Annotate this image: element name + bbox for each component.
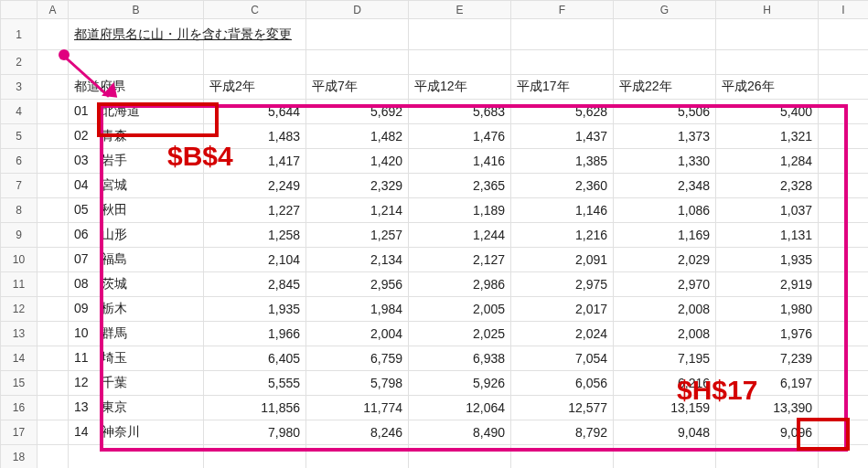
spreadsheet-grid[interactable]: A B C D E F G H I 1都道府県名に山・川を含む背景を変更23都道… — [0, 0, 868, 468]
cell[interactable]: 2,329 — [306, 174, 409, 198]
cell[interactable] — [38, 248, 69, 272]
cell[interactable]: 11,856 — [204, 396, 306, 420]
cell[interactable]: 8,246 — [306, 420, 409, 445]
cell[interactable]: 13,159 — [614, 396, 716, 420]
cell[interactable]: 1,214 — [306, 198, 409, 223]
pref-cell[interactable]: 11 埼玉 — [69, 346, 204, 371]
cell[interactable] — [614, 445, 716, 469]
cell[interactable]: 1,169 — [614, 223, 716, 248]
cell[interactable]: 5,628 — [511, 100, 614, 124]
pref-cell[interactable]: 06 山形 — [69, 223, 204, 248]
cell[interactable] — [306, 50, 409, 75]
row-header-12[interactable]: 12 — [1, 297, 38, 322]
cell[interactable] — [819, 198, 869, 223]
cell[interactable]: 5,798 — [306, 371, 409, 396]
cell[interactable] — [511, 19, 614, 50]
cell[interactable]: 5,506 — [614, 100, 716, 124]
cell[interactable]: 9,048 — [614, 420, 716, 445]
cell[interactable] — [614, 19, 716, 50]
cell[interactable]: 1,227 — [204, 198, 306, 223]
pref-cell[interactable]: 13 東京 — [69, 396, 204, 420]
cell[interactable]: 2,004 — [306, 322, 409, 346]
cell[interactable]: 1,131 — [716, 223, 819, 248]
cell[interactable] — [819, 223, 869, 248]
cell[interactable] — [819, 322, 869, 346]
cell[interactable] — [819, 445, 869, 469]
cell[interactable] — [819, 396, 869, 420]
col-header-d[interactable]: D — [306, 1, 409, 19]
cell[interactable] — [38, 396, 69, 420]
cell[interactable]: 8,490 — [409, 420, 511, 445]
cell[interactable]: 1,258 — [204, 223, 306, 248]
cell[interactable]: 平成7年 — [306, 75, 409, 100]
col-header-a[interactable]: A — [38, 1, 69, 19]
row-header-10[interactable]: 10 — [1, 248, 38, 272]
cell[interactable] — [38, 297, 69, 322]
cell[interactable] — [819, 371, 869, 396]
cell[interactable]: 5,400 — [716, 100, 819, 124]
cell[interactable]: 2,127 — [409, 248, 511, 272]
cell[interactable]: 1,966 — [204, 322, 306, 346]
cell[interactable]: 1,385 — [511, 149, 614, 174]
cell[interactable] — [69, 445, 204, 469]
cell[interactable]: 1,935 — [204, 297, 306, 322]
cell[interactable]: 1,420 — [306, 149, 409, 174]
cell[interactable]: 1,980 — [716, 297, 819, 322]
cell[interactable]: 1,437 — [511, 124, 614, 149]
select-all-corner[interactable] — [1, 1, 38, 19]
cell[interactable]: 6,405 — [204, 346, 306, 371]
cell[interactable]: 1,321 — [716, 124, 819, 149]
cell[interactable] — [819, 149, 869, 174]
pref-cell[interactable]: 07 福島 — [69, 248, 204, 272]
pref-cell[interactable]: 09 栃木 — [69, 297, 204, 322]
row-header-14[interactable]: 14 — [1, 346, 38, 371]
cell[interactable]: 1,476 — [409, 124, 511, 149]
col-header-e[interactable]: E — [409, 1, 511, 19]
cell[interactable]: 6,759 — [306, 346, 409, 371]
cell[interactable]: 5,555 — [204, 371, 306, 396]
cell[interactable]: 1,483 — [204, 124, 306, 149]
cell[interactable]: 平成2年 — [204, 75, 306, 100]
row-header-18[interactable]: 18 — [1, 445, 38, 469]
cell[interactable] — [306, 19, 409, 50]
page-title[interactable]: 都道府県名に山・川を含む背景を変更 — [69, 19, 204, 50]
cell[interactable]: 1,086 — [614, 198, 716, 223]
row-header-16[interactable]: 16 — [1, 396, 38, 420]
cell[interactable]: 7,980 — [204, 420, 306, 445]
cell[interactable]: 2,845 — [204, 272, 306, 297]
cell[interactable] — [38, 100, 69, 124]
row-header-9[interactable]: 9 — [1, 223, 38, 248]
cell[interactable]: 8,792 — [511, 420, 614, 445]
col-header-g[interactable]: G — [614, 1, 716, 19]
cell[interactable]: 2,024 — [511, 322, 614, 346]
col-header-c[interactable]: C — [204, 1, 306, 19]
cell[interactable] — [819, 420, 869, 445]
cell[interactable] — [409, 50, 511, 75]
cell[interactable] — [819, 19, 869, 50]
cell[interactable] — [409, 445, 511, 469]
cell[interactable] — [819, 50, 869, 75]
cell[interactable]: 2,091 — [511, 248, 614, 272]
row-header-3[interactable]: 3 — [1, 75, 38, 100]
pref-cell[interactable]: 02 青森 — [69, 124, 204, 149]
row-header-1[interactable]: 1 — [1, 19, 38, 50]
cell[interactable]: 1,146 — [511, 198, 614, 223]
cell[interactable] — [38, 371, 69, 396]
cell[interactable]: 平成26年 — [716, 75, 819, 100]
row-header-2[interactable]: 2 — [1, 50, 38, 75]
cell[interactable]: 1,373 — [614, 124, 716, 149]
col-header-i[interactable]: I — [819, 1, 869, 19]
cell[interactable]: 2,025 — [409, 322, 511, 346]
cell[interactable] — [38, 346, 69, 371]
cell[interactable] — [716, 19, 819, 50]
cell[interactable] — [38, 50, 69, 75]
cell[interactable]: 12,064 — [409, 396, 511, 420]
cell[interactable] — [819, 248, 869, 272]
cell[interactable]: 2,008 — [614, 297, 716, 322]
cell[interactable]: 7,195 — [614, 346, 716, 371]
cell[interactable]: 5,683 — [409, 100, 511, 124]
cell[interactable]: 6,938 — [409, 346, 511, 371]
cell[interactable]: 平成12年 — [409, 75, 511, 100]
cell[interactable]: 2,975 — [511, 272, 614, 297]
cell[interactable] — [819, 124, 869, 149]
